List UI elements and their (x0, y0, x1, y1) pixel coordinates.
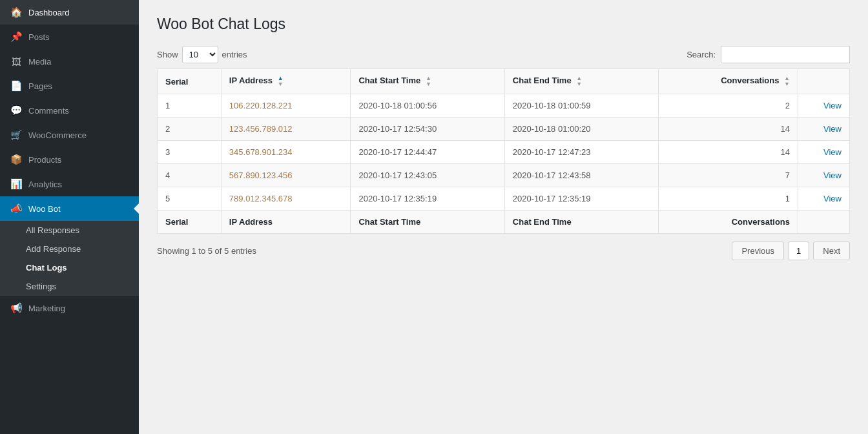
pagination: Previous 1 Next (732, 242, 850, 260)
search-label: Search: (687, 50, 716, 59)
ip-sort-icon: ▲ ▼ (278, 76, 284, 87)
marketing-icon: 📢 (10, 302, 22, 314)
cell-view-link[interactable]: View (798, 164, 850, 187)
sidebar-item-comments[interactable]: 💬 Comments (0, 98, 139, 123)
table-footer: Showing 1 to 5 of 5 entries Previous 1 N… (157, 242, 850, 260)
cell-view-link[interactable]: View (798, 187, 850, 211)
media-icon: 🖼 (10, 56, 22, 67)
main-content: Woo Bot Chat Logs Show 10 25 50 100 entr… (139, 0, 868, 434)
posts-icon: 📌 (10, 31, 22, 43)
cell-start-time: 2020-10-17 12:44:47 (351, 141, 504, 164)
col-header-start-time[interactable]: Chat Start Time ▲ ▼ (351, 69, 504, 94)
previous-button[interactable]: Previous (732, 242, 784, 260)
woobot-submenu: All Responses Add Response Chat Logs Set… (0, 221, 139, 296)
entries-select[interactable]: 10 25 50 100 (182, 46, 218, 63)
sidebar-item-media[interactable]: 🖼 Media (0, 49, 139, 74)
sidebar-item-settings[interactable]: Settings (0, 277, 139, 296)
show-entries-control: Show 10 25 50 100 entries (157, 46, 247, 63)
sidebar: 🏠 Dashboard 📌 Posts 🖼 Media 📄 Pages 💬 Co… (0, 0, 139, 434)
cell-ip: 567.890.123.456 (221, 164, 351, 187)
cell-ip: 123.456.789.012 (221, 118, 351, 141)
table-row: 5789.012.345.6782020-10-17 12:35:192020-… (158, 187, 850, 211)
cell-ip: 106.220.128.221 (221, 94, 351, 118)
current-page: 1 (788, 242, 809, 260)
next-button[interactable]: Next (813, 242, 850, 260)
cell-conversations: 7 (659, 164, 798, 187)
cell-start-time: 2020-10-17 12:43:05 (351, 164, 504, 187)
cell-end-time: 2020-10-18 01:00:59 (504, 94, 658, 118)
cell-end-time: 2020-10-17 12:47:23 (504, 141, 658, 164)
cell-end-time: 2020-10-18 01:00:20 (504, 118, 658, 141)
cell-start-time: 2020-10-17 12:35:19 (351, 187, 504, 211)
col-header-ip[interactable]: IP Address ▲ ▼ (221, 69, 351, 94)
search-box: Search: (687, 46, 850, 63)
woocommerce-icon: 🛒 (10, 129, 22, 141)
cell-view-link[interactable]: View (798, 118, 850, 141)
cell-conversations: 2 (659, 94, 798, 118)
col-header-serial: Serial (158, 69, 222, 94)
cell-serial: 4 (158, 164, 222, 187)
search-input[interactable] (721, 46, 850, 63)
dashboard-icon: 🏠 (10, 6, 22, 18)
show-label: Show (157, 50, 178, 59)
cell-serial: 1 (158, 94, 222, 118)
sidebar-item-marketing[interactable]: 📢 Marketing (0, 296, 139, 320)
cell-serial: 5 (158, 187, 222, 211)
comments-icon: 💬 (10, 105, 22, 116)
cell-ip: 789.012.345.678 (221, 187, 351, 211)
table-controls-top: Show 10 25 50 100 entries Search: (157, 46, 850, 63)
table-header-row: Serial IP Address ▲ ▼ Chat Start Time ▲ … (158, 69, 850, 94)
cell-end-time: 2020-10-17 12:35:19 (504, 187, 658, 211)
footer-serial: Serial (158, 211, 222, 234)
footer-start-time: Chat Start Time (351, 211, 504, 234)
col-header-end-time[interactable]: Chat End Time ▲ ▼ (504, 69, 658, 94)
pages-icon: 📄 (10, 80, 22, 92)
table-row: 2123.456.789.0122020-10-17 12:54:302020-… (158, 118, 850, 141)
woobot-icon: 📣 (10, 203, 22, 214)
conversations-sort-icon: ▲ ▼ (784, 76, 790, 87)
footer-action (798, 211, 850, 234)
cell-start-time: 2020-10-17 12:54:30 (351, 118, 504, 141)
footer-conversations: Conversations (659, 211, 798, 234)
col-header-action (798, 69, 850, 94)
table-footer-row: Serial IP Address Chat Start Time Chat E… (158, 211, 850, 234)
sidebar-item-products[interactable]: 📦 Products (0, 147, 139, 172)
cell-serial: 2 (158, 118, 222, 141)
page-title: Woo Bot Chat Logs (157, 16, 850, 33)
woobot-active-arrow (134, 203, 139, 214)
sidebar-item-analytics[interactable]: 📊 Analytics (0, 172, 139, 196)
footer-end-time: Chat End Time (504, 211, 658, 234)
showing-text: Showing 1 to 5 of 5 entries (157, 246, 256, 256)
table-row: 4567.890.123.4562020-10-17 12:43:052020-… (158, 164, 850, 187)
sidebar-item-add-response[interactable]: Add Response (0, 240, 139, 258)
cell-ip: 345.678.901.234 (221, 141, 351, 164)
cell-conversations: 1 (659, 187, 798, 211)
cell-start-time: 2020-10-18 01:00:56 (351, 94, 504, 118)
end-sort-icon: ▲ ▼ (576, 76, 582, 87)
sidebar-item-pages[interactable]: 📄 Pages (0, 74, 139, 98)
analytics-icon: 📊 (10, 178, 22, 190)
table-row: 3345.678.901.2342020-10-17 12:44:472020-… (158, 141, 850, 164)
sidebar-item-all-responses[interactable]: All Responses (0, 221, 139, 240)
cell-end-time: 2020-10-17 12:43:58 (504, 164, 658, 187)
chat-logs-table: Serial IP Address ▲ ▼ Chat Start Time ▲ … (157, 68, 850, 234)
sidebar-item-woobot[interactable]: 📣 Woo Bot (0, 196, 139, 221)
entries-label: entries (222, 50, 247, 59)
cell-conversations: 14 (659, 141, 798, 164)
table-row: 1106.220.128.2212020-10-18 01:00:562020-… (158, 94, 850, 118)
sidebar-item-chat-logs[interactable]: Chat Logs (0, 258, 139, 277)
products-icon: 📦 (10, 154, 22, 165)
sidebar-item-woocommerce[interactable]: 🛒 WooCommerce (0, 123, 139, 147)
start-sort-icon: ▲ ▼ (426, 76, 431, 87)
col-header-conversations[interactable]: Conversations ▲ ▼ (659, 69, 798, 94)
cell-serial: 3 (158, 141, 222, 164)
cell-view-link[interactable]: View (798, 94, 850, 118)
cell-conversations: 14 (659, 118, 798, 141)
sidebar-item-dashboard[interactable]: 🏠 Dashboard (0, 0, 139, 25)
footer-ip: IP Address (221, 211, 351, 234)
sidebar-item-posts[interactable]: 📌 Posts (0, 25, 139, 49)
cell-view-link[interactable]: View (798, 141, 850, 164)
